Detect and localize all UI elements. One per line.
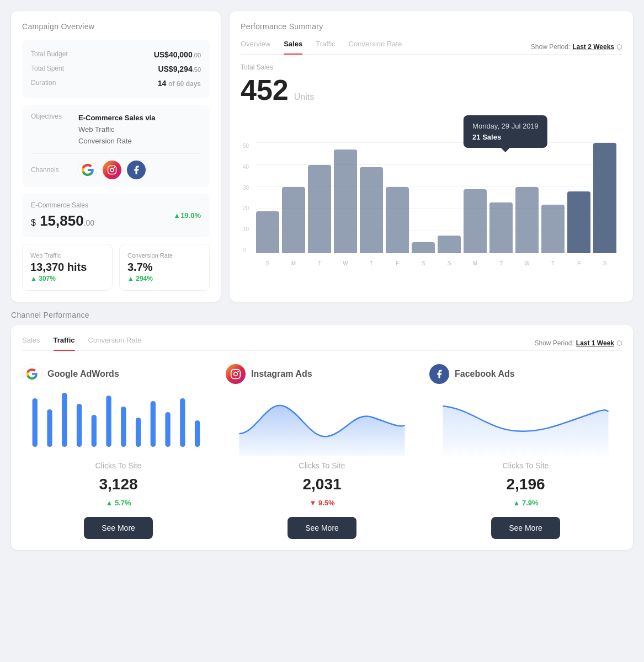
facebook-clicks-change: ▲ 7.9% — [513, 499, 538, 507]
ecommerce-sales-label: E-Commerce Sales — [31, 201, 94, 209]
facebook-ads-name: Facebook Ads — [455, 369, 515, 379]
channel-tab-conversion[interactable]: Conversion Rate — [88, 336, 142, 351]
svg-point-1 — [110, 168, 114, 172]
google-clicks-value: 3,128 — [99, 476, 137, 493]
instagram-logo — [226, 364, 246, 384]
campaign-overview-title: Campaign Overview — [22, 22, 210, 31]
google-clicks-change: ▲ 5.7% — [105, 499, 131, 507]
ecommerce-change: ▲19.0% — [173, 211, 201, 220]
web-traffic-change: ▲ 307% — [30, 275, 104, 282]
svg-rect-0 — [108, 166, 116, 174]
ecommerce-sales-value: $ 15,850.00 — [31, 212, 94, 229]
performance-summary-title: Performance Summary — [241, 22, 622, 31]
facebook-ads-header: Facebook Ads — [429, 364, 622, 384]
google-adwords-card: Google AdWords Clicks To — [22, 364, 215, 539]
performance-tabs-row: Overview Sales Traffic Conversion Rate S… — [241, 40, 622, 55]
conversion-rate-value: 3.7% — [127, 261, 201, 274]
tab-sales[interactable]: Sales — [284, 40, 302, 55]
facebook-see-more-button[interactable]: See More — [491, 517, 560, 539]
channel-tabs-row: Sales Traffic Conversion Rate Show Perio… — [22, 336, 622, 351]
duration-value: 14 of 60 days — [158, 79, 201, 88]
bar-chart — [256, 143, 616, 253]
period-selector[interactable]: Last 2 Weeks — [572, 43, 614, 51]
campaign-overview-card: Campaign Overview Total Budget US$40,000… — [11, 11, 221, 302]
instagram-clicks-value: 2,031 — [302, 476, 341, 493]
instagram-clicks-label: Clicks To Site — [299, 461, 345, 470]
instagram-ads-name: Instagram Ads — [251, 369, 312, 379]
total-budget-value: US$40,000.00 — [154, 50, 201, 59]
channel-period-selector[interactable]: Last 1 Week — [576, 339, 614, 347]
chart-tooltip: Monday, 29 Jul 2019 21 Sales — [464, 115, 547, 148]
svg-rect-15 — [231, 370, 241, 379]
facebook-channel-icon — [127, 161, 146, 179]
facebook-mini-chart — [429, 389, 622, 456]
channel-show-period: Show Period: Last 1 Week ⬡ — [534, 339, 622, 347]
google-logo — [22, 364, 42, 384]
show-period: Show Period: Last 2 Weeks ⬡ — [531, 43, 622, 51]
conversion-rate-label: Conversion Rate — [127, 252, 201, 259]
duration-label: Duration — [31, 79, 56, 88]
y-axis: 0 10 20 30 40 50 — [241, 143, 251, 253]
svg-point-17 — [237, 371, 239, 373]
google-channel-icon — [78, 161, 97, 179]
facebook-ads-card: Facebook Ads Clicks To Site 2,196 ▲ 7.9% — [429, 364, 622, 539]
tab-conversion-rate[interactable]: Conversion Rate — [349, 40, 402, 55]
svg-point-2 — [114, 167, 115, 168]
total-budget-label: Total Budget — [31, 50, 68, 59]
facebook-clicks-label: Clicks To Site — [503, 461, 549, 470]
metrics-row: Web Traffic 13,370 hits ▲ 307% Conversio… — [22, 244, 210, 291]
objectives-label: Objectives — [31, 113, 70, 120]
conversion-rate-change: ▲ 294% — [127, 275, 201, 282]
channel-tab-sales[interactable]: Sales — [22, 336, 40, 351]
google-see-more-button[interactable]: See More — [84, 517, 153, 539]
google-adwords-header: Google AdWords — [22, 364, 215, 384]
channel-performance-section: Channel Performance Sales Traffic Conver… — [11, 311, 633, 550]
instagram-ads-header: Instagram Ads — [226, 364, 418, 384]
channel-performance-title: Channel Performance — [11, 311, 633, 319]
channel-performance-card: Sales Traffic Conversion Rate Show Perio… — [11, 325, 633, 550]
total-spent-value: US$9,294.50 — [158, 65, 201, 73]
google-clicks-label: Clicks To Site — [95, 461, 142, 470]
objectives-value: E-Commerce Sales via Web Traffic Convers… — [78, 113, 155, 147]
facebook-clicks-value: 2,196 — [506, 476, 545, 493]
instagram-mini-chart — [226, 389, 418, 456]
instagram-channel-icon — [103, 161, 121, 179]
instagram-clicks-change: ▼ 9.5% — [309, 499, 334, 507]
x-axis-labels: SMTWTFSSMTWTFS — [256, 260, 616, 266]
channels-label: Channels — [31, 166, 70, 174]
performance-summary-card: Performance Summary Overview Sales Traff… — [230, 11, 633, 302]
conversion-rate-card: Conversion Rate 3.7% ▲ 294% — [119, 244, 210, 291]
facebook-logo — [429, 364, 449, 384]
total-sales-label: Total Sales — [241, 63, 622, 71]
total-spent-label: Total Spent — [31, 65, 64, 73]
google-mini-chart — [22, 389, 215, 456]
web-traffic-value: 13,370 hits — [30, 261, 104, 274]
total-sales-value: 452 Units — [241, 73, 622, 106]
web-traffic-label: Web Traffic — [30, 252, 104, 259]
tab-traffic[interactable]: Traffic — [316, 40, 335, 55]
channel-icons — [78, 161, 146, 179]
channel-tab-traffic[interactable]: Traffic — [54, 336, 75, 351]
google-adwords-name: Google AdWords — [47, 369, 119, 379]
sales-chart-area: Monday, 29 Jul 2019 21 Sales 0 10 20 30 … — [241, 115, 622, 270]
tab-overview[interactable]: Overview — [241, 40, 270, 55]
svg-point-16 — [234, 372, 238, 376]
instagram-ads-card: Instagram Ads Clicks To Site 2,031 ▼ 9.5 — [226, 364, 418, 539]
web-traffic-card: Web Traffic 13,370 hits ▲ 307% — [22, 244, 113, 291]
channels-grid: Google AdWords Clicks To — [22, 364, 622, 539]
instagram-see-more-button[interactable]: See More — [288, 517, 356, 539]
